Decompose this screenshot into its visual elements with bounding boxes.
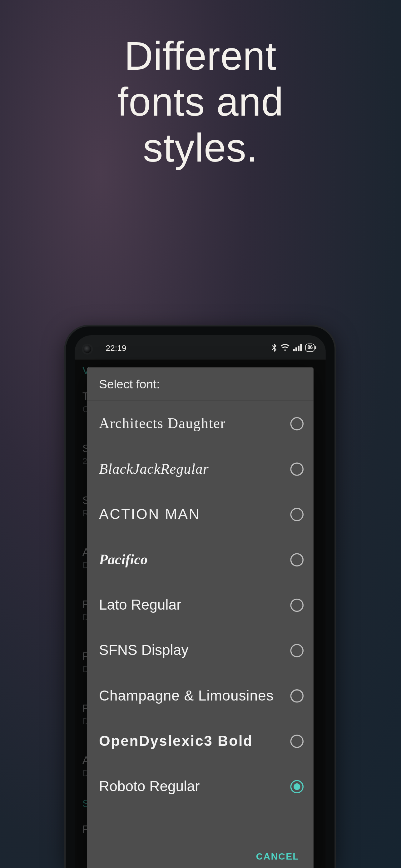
font-option-list[interactable]: Architects DaughterBlackJackRegularACTIO…: [87, 401, 313, 841]
radio-icon[interactable]: [291, 599, 304, 612]
radio-icon[interactable]: [291, 644, 304, 657]
font-option[interactable]: ACTION MAN: [87, 492, 313, 537]
radio-icon[interactable]: [291, 689, 304, 703]
device-camera: [84, 345, 92, 353]
font-option[interactable]: Lato Regular: [87, 582, 313, 628]
font-option-label: Roboto Regular: [99, 772, 291, 801]
radio-icon[interactable]: [291, 780, 304, 793]
dialog-title: Select font:: [87, 367, 313, 401]
device-frame: 22:19: [66, 327, 334, 868]
font-option-label: Champagne & Limousines: [99, 681, 291, 711]
font-option[interactable]: SFNS Display: [87, 628, 313, 673]
promo-headline: Different fonts and styles.: [0, 33, 401, 170]
cancel-button[interactable]: CANCEL: [253, 847, 302, 867]
device-screen: 22:19: [75, 335, 326, 868]
promo-line-1: Different: [124, 34, 276, 78]
font-option[interactable]: Champagne & Limousines: [87, 673, 313, 719]
bluetooth-icon: [271, 343, 277, 352]
font-option-label: BlackJackRegular: [99, 454, 291, 484]
radio-icon[interactable]: [291, 462, 304, 475]
font-option[interactable]: Pacifico: [87, 537, 313, 582]
font-option-label: OpenDyslexic3 Bold: [99, 726, 291, 756]
battery-percent: 86: [308, 345, 312, 350]
battery-icon: 86: [305, 343, 314, 352]
font-option-label: Lato Regular: [99, 590, 291, 620]
promo-line-2: fonts and: [118, 80, 283, 124]
wifi-icon: [280, 344, 290, 351]
status-clock: 22:19: [106, 343, 126, 352]
font-option-label: SFNS Display: [99, 636, 291, 665]
promo-line-3: styles.: [143, 125, 258, 170]
radio-icon[interactable]: [291, 553, 304, 566]
status-bar: 22:19: [75, 335, 326, 360]
radio-icon[interactable]: [291, 735, 304, 748]
dialog-actions: CANCEL: [87, 841, 313, 868]
font-option[interactable]: Roboto Regular: [87, 764, 313, 809]
font-option-label: Pacifico: [99, 545, 291, 575]
svg-rect-1: [295, 347, 297, 351]
svg-rect-3: [300, 344, 302, 351]
svg-rect-2: [298, 346, 300, 351]
signal-icon: [293, 344, 302, 351]
radio-icon[interactable]: [291, 508, 304, 521]
font-option[interactable]: BlackJackRegular: [87, 446, 313, 492]
font-select-dialog: Select font: Architects DaughterBlackJac…: [87, 367, 313, 868]
font-option[interactable]: Architects Daughter: [87, 401, 313, 446]
font-option[interactable]: OpenDyslexic3 Bold: [87, 719, 313, 764]
font-option-label: Architects Daughter: [99, 409, 291, 439]
radio-icon[interactable]: [291, 417, 304, 430]
svg-rect-0: [293, 349, 295, 351]
font-option-label: ACTION MAN: [99, 500, 291, 529]
